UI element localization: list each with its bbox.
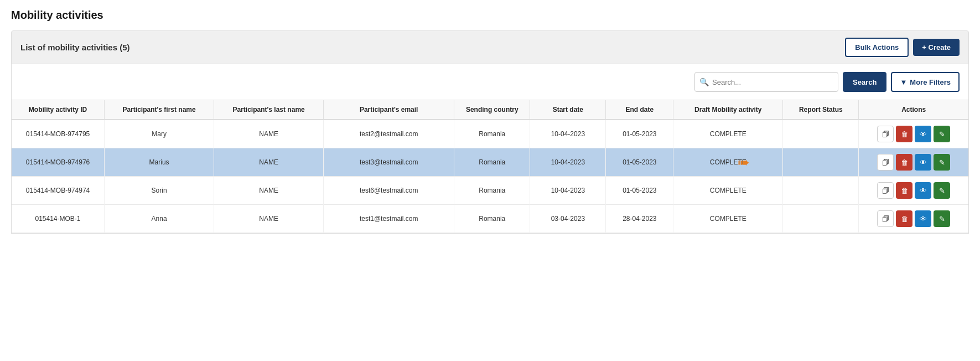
copy-icon: 🗍 [882, 158, 889, 167]
cell-end: 01-05-2023 [606, 120, 673, 148]
edit-button[interactable]: ✎ [934, 182, 950, 199]
copy-icon: 🗍 [882, 130, 889, 138]
cell-country: Romania [454, 120, 530, 148]
cell-draft: COMPLETE [673, 177, 783, 205]
page-title: Mobility activities [11, 9, 969, 22]
cell-country: Romania [454, 205, 530, 233]
cell-email: test1@testmail.com [324, 205, 454, 233]
cell-report [783, 205, 859, 233]
col-header-fname: Participant's first name [105, 100, 214, 120]
col-header-lname: Participant's last name [214, 100, 324, 120]
delete-button[interactable]: 🗑 [896, 126, 912, 142]
delete-button[interactable]: 🗑 [896, 182, 912, 199]
search-bar-container: 🔍 Search ▼ More Filters [11, 64, 969, 100]
cell-email: test2@testmail.com [324, 120, 454, 148]
copy-icon: 🗍 [882, 187, 889, 195]
cell-actions: 🗍 🗑 👁 ✎ [859, 205, 968, 233]
table-header: Mobility activity ID Participant's first… [12, 100, 968, 120]
cell-draft: COMPLETE➠ [673, 148, 783, 177]
edit-icon: ✎ [939, 130, 945, 138]
search-button[interactable]: Search [843, 72, 886, 92]
cell-actions: 🗍 🗑 👁 ✎ [859, 148, 968, 177]
copy-icon: 🗍 [882, 215, 889, 223]
edit-button[interactable]: ✎ [934, 210, 950, 227]
col-header-country: Sending country [454, 100, 530, 120]
delete-icon: 🗑 [901, 130, 908, 138]
actions-cell: 🗍 🗑 👁 ✎ [863, 210, 964, 227]
cell-id: 015414-MOB-974976 [12, 148, 105, 177]
edit-button[interactable]: ✎ [934, 126, 950, 142]
cell-draft: COMPLETE [673, 120, 783, 148]
edit-icon: ✎ [939, 158, 945, 167]
search-input-wrapper: 🔍 [694, 72, 838, 92]
cell-report [783, 148, 859, 177]
cell-country: Romania [454, 148, 530, 177]
delete-icon: 🗑 [901, 158, 908, 167]
header-row: Mobility activity ID Participant's first… [12, 100, 968, 120]
list-header: List of mobility activities (5) Bulk Act… [11, 30, 969, 64]
cell-fname: Marius [105, 148, 214, 177]
table-row: 015414-MOB-1AnnaNAMEtest1@testmail.comRo… [12, 205, 968, 233]
eye-icon: 👁 [920, 130, 927, 138]
edit-button[interactable]: ✎ [934, 154, 950, 171]
actions-cell: 🗍 🗑 👁 ✎ [863, 154, 964, 171]
cell-id: 015414-MOB-1 [12, 205, 105, 233]
filter-icon: ▼ [900, 78, 907, 86]
copy-button[interactable]: 🗍 [877, 126, 894, 142]
edit-icon: ✎ [939, 215, 945, 223]
cell-start: 03-04-2023 [530, 205, 606, 233]
more-filters-label: More Filters [910, 78, 951, 86]
view-button[interactable]: 👁 [915, 154, 931, 171]
bulk-actions-button[interactable]: Bulk Actions [845, 38, 909, 57]
cell-report [783, 177, 859, 205]
cell-actions: 🗍 🗑 👁 ✎ [859, 177, 968, 205]
cell-start: 10-04-2023 [530, 120, 606, 148]
search-input[interactable] [712, 78, 833, 86]
view-button[interactable]: 👁 [915, 182, 931, 199]
more-filters-button[interactable]: ▼ More Filters [891, 72, 960, 92]
cell-email: test3@testmail.com [324, 148, 454, 177]
cell-end: 01-05-2023 [606, 177, 673, 205]
table-row: 015414-MOB-974974SorinNAMEtest6@testmail… [12, 177, 968, 205]
cell-lname: NAME [214, 177, 324, 205]
copy-button[interactable]: 🗍 [877, 154, 894, 171]
cell-lname: NAME [214, 148, 324, 177]
copy-button[interactable]: 🗍 [877, 210, 894, 227]
table-body: 015414-MOB-974795MaryNAMEtest2@testmail.… [12, 120, 968, 233]
cell-actions: 🗍 🗑 👁 ✎ [859, 120, 968, 148]
page-container: Mobility activities List of mobility act… [0, 0, 980, 243]
actions-cell: 🗍 🗑 👁 ✎ [863, 182, 964, 199]
table-row: 015414-MOB-974795MaryNAMEtest2@testmail.… [12, 120, 968, 148]
table-container: Mobility activity ID Participant's first… [11, 100, 969, 234]
col-header-email: Participant's email [324, 100, 454, 120]
cell-end: 01-05-2023 [606, 148, 673, 177]
cell-end: 28-04-2023 [606, 205, 673, 233]
create-button[interactable]: + Create [913, 39, 960, 56]
copy-button[interactable]: 🗍 [877, 182, 894, 199]
cell-report [783, 120, 859, 148]
cell-country: Romania [454, 177, 530, 205]
cell-email: test6@testmail.com [324, 177, 454, 205]
list-header-title: List of mobility activities (5) [20, 43, 130, 52]
annotation-arrow: ➠ [738, 154, 750, 171]
cell-lname: NAME [214, 120, 324, 148]
delete-icon: 🗑 [901, 215, 908, 223]
cell-id: 015414-MOB-974795 [12, 120, 105, 148]
cell-fname: Sorin [105, 177, 214, 205]
col-header-id: Mobility activity ID [12, 100, 105, 120]
actions-cell: 🗍 🗑 👁 ✎ [863, 126, 964, 142]
cell-start: 10-04-2023 [530, 148, 606, 177]
col-header-draft: Draft Mobility activity [673, 100, 783, 120]
delete-button[interactable]: 🗑 [896, 210, 912, 227]
view-button[interactable]: 👁 [915, 126, 931, 142]
eye-icon: 👁 [920, 215, 927, 223]
delete-button[interactable]: 🗑 [896, 154, 912, 171]
delete-icon: 🗑 [901, 187, 908, 195]
cell-fname: Anna [105, 205, 214, 233]
cell-lname: NAME [214, 205, 324, 233]
col-header-actions: Actions [859, 100, 968, 120]
eye-icon: 👁 [920, 158, 927, 167]
mobility-activities-table: Mobility activity ID Participant's first… [12, 100, 968, 233]
cell-start: 10-04-2023 [530, 177, 606, 205]
view-button[interactable]: 👁 [915, 210, 931, 227]
